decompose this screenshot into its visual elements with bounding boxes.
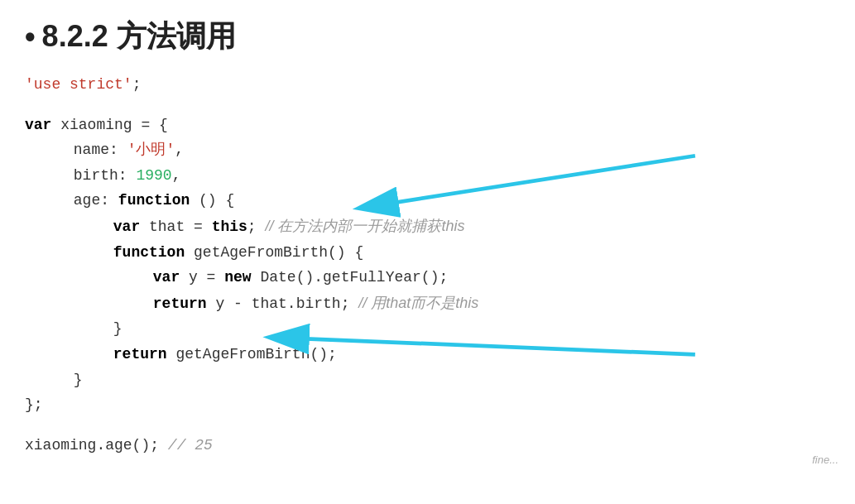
- code-line-11: }: [25, 316, 830, 342]
- code-line-8: function getAgeFromBirth() {: [25, 240, 830, 266]
- blank-line: [25, 98, 830, 113]
- code-line-14: };: [25, 392, 830, 418]
- code-block: 'use strict'; var xiaoming = { name: '小明…: [25, 72, 830, 458]
- code-line-5: birth: 1990,: [25, 163, 830, 189]
- code-line-9: var y = new Date().getFullYear();: [25, 265, 830, 290]
- code-line-4: name: '小明',: [25, 137, 830, 163]
- bottom-label: fine...: [812, 454, 838, 466]
- code-line-10: return y - that.birth; // 用that而不是this: [25, 290, 830, 317]
- code-line-7: var that = this; // 在方法内部一开始就捕获this: [25, 214, 830, 240]
- page-container: • 8.2.2 方法调用 'use strict'; var xiaoming …: [0, 0, 855, 474]
- blank-line-2: [25, 418, 830, 433]
- code-line-13: }: [25, 367, 830, 393]
- code-line-6: age: function () {: [25, 188, 830, 214]
- code-line-12: return getAgeFromBirth();: [25, 342, 830, 367]
- bullet: •: [25, 20, 36, 55]
- use-strict-string: 'use strict': [25, 76, 132, 93]
- title-text: 8.2.2 方法调用: [42, 17, 236, 57]
- code-line-1: 'use strict';: [25, 72, 830, 98]
- code-line-16: xiaoming.age(); // 25: [25, 433, 830, 458]
- code-line-3: var xiaoming = {: [25, 113, 830, 138]
- page-title: • 8.2.2 方法调用: [25, 17, 830, 57]
